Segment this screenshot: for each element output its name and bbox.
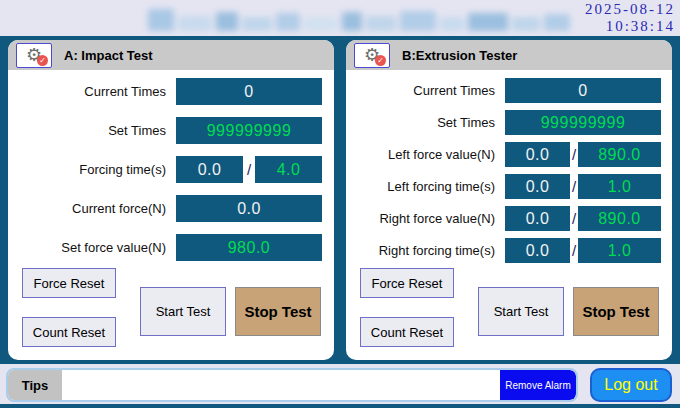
left-force-set[interactable]: 890.0 xyxy=(578,142,661,167)
field-label: Set force value(N) xyxy=(8,240,176,255)
field-label: Current Times xyxy=(8,84,176,99)
logout-button[interactable]: Log out xyxy=(590,368,672,402)
left-forcing-time-set[interactable]: 1.0 xyxy=(578,174,661,199)
panel-extrusion-tester: ⚙ ✓ B:Extrusion Tester Current Times 0 S… xyxy=(346,40,672,360)
field-set-times-b: Set Times 999999999 xyxy=(346,110,672,135)
field-label: Set Times xyxy=(346,115,505,130)
left-forcing-time-current: 0.0 xyxy=(505,174,570,199)
check-badge-icon: ✓ xyxy=(37,55,48,66)
field-label: Left forcing time(s) xyxy=(346,179,505,194)
current-force-value: 0.0 xyxy=(176,195,322,222)
field-right-force-b: Right force value(N) 0.0 / 890.0 xyxy=(346,206,672,231)
tips-label: Tips xyxy=(8,370,62,400)
set-times-value[interactable]: 999999999 xyxy=(176,117,322,144)
remove-alarm-button[interactable]: Remove Alarm xyxy=(500,370,576,400)
start-test-button-b[interactable]: Start Test xyxy=(478,287,564,336)
field-label: Current force(N) xyxy=(8,201,176,216)
field-set-force-a: Set force value(N) 980.0 xyxy=(8,234,334,261)
force-reset-button-a[interactable]: Force Reset xyxy=(22,268,116,298)
current-times-value: 0 xyxy=(505,78,661,103)
check-badge-icon: ✓ xyxy=(375,55,386,66)
right-force-set[interactable]: 890.0 xyxy=(578,206,661,231)
count-reset-button-a[interactable]: Count Reset xyxy=(22,317,116,347)
slash-separator: / xyxy=(570,242,578,259)
slash-separator: / xyxy=(570,210,578,227)
field-label: Current Times xyxy=(346,83,505,98)
slash-separator: / xyxy=(570,178,578,195)
field-current-times-a: Current Times 0 xyxy=(8,78,334,105)
field-current-force-a: Current force(N) 0.0 xyxy=(8,195,334,222)
set-times-value[interactable]: 999999999 xyxy=(505,110,661,135)
time-text: 10:38:14 xyxy=(585,18,675,35)
right-forcing-time-set[interactable]: 1.0 xyxy=(578,238,661,263)
right-force-current: 0.0 xyxy=(505,206,570,231)
field-current-times-b: Current Times 0 xyxy=(346,78,672,103)
tips-message xyxy=(62,370,500,400)
field-left-forcing-time-b: Left forcing time(s) 0.0 / 1.0 xyxy=(346,174,672,199)
set-force-value[interactable]: 980.0 xyxy=(176,234,322,261)
settings-button-a[interactable]: ⚙ ✓ xyxy=(16,43,52,68)
panel-impact-test: ⚙ ✓ A: Impact Test Current Times 0 Set T… xyxy=(8,40,334,360)
field-label: Right forcing time(s) xyxy=(346,243,505,258)
hmi-screen: 2025-08-12 10:38:14 ⚙ ✓ A: Impact Test C… xyxy=(0,0,680,408)
panel-b-title: B:Extrusion Tester xyxy=(402,48,517,63)
date-text: 2025-08-12 xyxy=(585,1,675,18)
panel-a-header: ⚙ ✓ A: Impact Test xyxy=(8,40,334,70)
field-label: Left force value(N) xyxy=(346,147,505,162)
slash-separator: / xyxy=(570,146,578,163)
field-left-force-b: Left force value(N) 0.0 / 890.0 xyxy=(346,142,672,167)
field-label: Forcing time(s) xyxy=(8,162,176,177)
forcing-time-set[interactable]: 4.0 xyxy=(255,156,322,183)
field-right-forcing-time-b: Right forcing time(s) 0.0 / 1.0 xyxy=(346,238,672,263)
field-forcing-time-a: Forcing time(s) 0.0 / 4.0 xyxy=(8,156,334,183)
field-set-times-a: Set Times 999999999 xyxy=(8,117,334,144)
titlebar: 2025-08-12 10:38:14 xyxy=(0,0,680,36)
right-forcing-time-current: 0.0 xyxy=(505,238,570,263)
start-test-button-a[interactable]: Start Test xyxy=(140,287,226,336)
status-bar: Tips Remove Alarm Log out xyxy=(0,364,680,404)
current-times-value: 0 xyxy=(176,78,322,105)
field-label: Right force value(N) xyxy=(346,211,505,226)
stop-test-button-a[interactable]: Stop Test xyxy=(235,287,321,336)
settings-button-b[interactable]: ⚙ ✓ xyxy=(354,43,390,68)
panel-b-header: ⚙ ✓ B:Extrusion Tester xyxy=(346,40,672,70)
force-reset-button-b[interactable]: Force Reset xyxy=(360,268,454,298)
window-title-redacted xyxy=(148,7,570,31)
stop-test-button-b[interactable]: Stop Test xyxy=(573,287,659,336)
tips-bar: Tips Remove Alarm xyxy=(6,368,578,402)
count-reset-button-b[interactable]: Count Reset xyxy=(360,317,454,347)
forcing-time-current: 0.0 xyxy=(176,156,243,183)
datetime-display: 2025-08-12 10:38:14 xyxy=(585,1,675,35)
field-label: Set Times xyxy=(8,123,176,138)
panel-a-title: A: Impact Test xyxy=(64,48,153,63)
left-force-current: 0.0 xyxy=(505,142,570,167)
slash-separator: / xyxy=(243,161,255,178)
